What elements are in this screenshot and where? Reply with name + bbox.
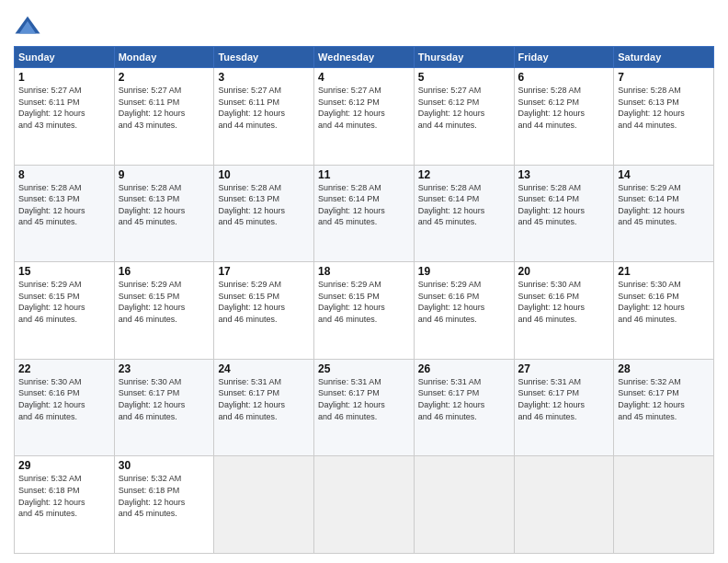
day-number: 19 xyxy=(418,265,510,278)
calendar-cell xyxy=(314,456,415,554)
day-number: 10 xyxy=(218,168,310,181)
day-info: Sunrise: 5:29 AM Sunset: 6:14 PM Dayligh… xyxy=(618,182,710,228)
header-row: SundayMondayTuesdayWednesdayThursdayFrid… xyxy=(15,47,714,68)
calendar-cell: 8Sunrise: 5:28 AM Sunset: 6:13 PM Daylig… xyxy=(15,165,115,262)
day-number: 21 xyxy=(618,265,710,278)
calendar-cell: 16Sunrise: 5:29 AM Sunset: 6:15 PM Dayli… xyxy=(114,262,214,360)
day-info: Sunrise: 5:27 AM Sunset: 6:11 PM Dayligh… xyxy=(218,85,310,131)
day-number: 12 xyxy=(418,168,510,181)
day-number: 24 xyxy=(218,362,310,375)
page: SundayMondayTuesdayWednesdayThursdayFrid… xyxy=(0,0,728,563)
day-info: Sunrise: 5:28 AM Sunset: 6:12 PM Dayligh… xyxy=(518,85,610,131)
day-number: 4 xyxy=(318,71,410,84)
day-info: Sunrise: 5:30 AM Sunset: 6:17 PM Dayligh… xyxy=(119,376,210,422)
calendar-cell: 20Sunrise: 5:30 AM Sunset: 6:16 PM Dayli… xyxy=(514,262,614,360)
calendar-cell: 18Sunrise: 5:29 AM Sunset: 6:15 PM Dayli… xyxy=(314,262,415,360)
day-info: Sunrise: 5:30 AM Sunset: 6:16 PM Dayligh… xyxy=(518,279,610,325)
day-number: 11 xyxy=(318,168,410,181)
day-info: Sunrise: 5:32 AM Sunset: 6:17 PM Dayligh… xyxy=(618,376,710,422)
week-row-5: 29Sunrise: 5:32 AM Sunset: 6:18 PM Dayli… xyxy=(15,456,714,554)
day-info: Sunrise: 5:31 AM Sunset: 6:17 PM Dayligh… xyxy=(218,376,310,422)
header xyxy=(14,9,714,40)
col-header-tuesday: Tuesday xyxy=(214,47,314,68)
day-number: 30 xyxy=(119,459,210,472)
day-number: 27 xyxy=(518,362,610,375)
calendar-cell: 3Sunrise: 5:27 AM Sunset: 6:11 PM Daylig… xyxy=(214,68,314,166)
day-info: Sunrise: 5:32 AM Sunset: 6:18 PM Dayligh… xyxy=(119,473,210,519)
week-row-4: 22Sunrise: 5:30 AM Sunset: 6:16 PM Dayli… xyxy=(15,359,714,456)
day-number: 22 xyxy=(18,362,110,375)
calendar-cell: 10Sunrise: 5:28 AM Sunset: 6:13 PM Dayli… xyxy=(214,165,314,262)
day-info: Sunrise: 5:29 AM Sunset: 6:15 PM Dayligh… xyxy=(218,279,310,325)
day-number: 26 xyxy=(418,362,510,375)
calendar-cell: 13Sunrise: 5:28 AM Sunset: 6:14 PM Dayli… xyxy=(514,165,614,262)
day-info: Sunrise: 5:31 AM Sunset: 6:17 PM Dayligh… xyxy=(518,376,610,422)
calendar-cell: 26Sunrise: 5:31 AM Sunset: 6:17 PM Dayli… xyxy=(414,359,514,456)
calendar-cell xyxy=(414,456,514,554)
day-number: 3 xyxy=(218,71,310,84)
calendar-cell: 28Sunrise: 5:32 AM Sunset: 6:17 PM Dayli… xyxy=(614,359,714,456)
calendar-cell: 11Sunrise: 5:28 AM Sunset: 6:14 PM Dayli… xyxy=(314,165,415,262)
day-info: Sunrise: 5:29 AM Sunset: 6:15 PM Dayligh… xyxy=(318,279,410,325)
calendar-cell: 4Sunrise: 5:27 AM Sunset: 6:12 PM Daylig… xyxy=(314,68,415,166)
calendar-cell: 25Sunrise: 5:31 AM Sunset: 6:17 PM Dayli… xyxy=(314,359,415,456)
logo xyxy=(14,13,45,40)
day-info: Sunrise: 5:27 AM Sunset: 6:12 PM Dayligh… xyxy=(418,85,510,131)
day-info: Sunrise: 5:30 AM Sunset: 6:16 PM Dayligh… xyxy=(18,376,110,422)
day-number: 7 xyxy=(618,71,710,84)
week-row-1: 1Sunrise: 5:27 AM Sunset: 6:11 PM Daylig… xyxy=(15,68,714,166)
day-info: Sunrise: 5:31 AM Sunset: 6:17 PM Dayligh… xyxy=(418,376,510,422)
calendar-cell: 19Sunrise: 5:29 AM Sunset: 6:16 PM Dayli… xyxy=(414,262,514,360)
day-number: 23 xyxy=(119,362,210,375)
calendar-cell: 12Sunrise: 5:28 AM Sunset: 6:14 PM Dayli… xyxy=(414,165,514,262)
calendar-cell xyxy=(214,456,314,554)
calendar-cell: 2Sunrise: 5:27 AM Sunset: 6:11 PM Daylig… xyxy=(114,68,214,166)
day-info: Sunrise: 5:29 AM Sunset: 6:16 PM Dayligh… xyxy=(418,279,510,325)
calendar-cell: 9Sunrise: 5:28 AM Sunset: 6:13 PM Daylig… xyxy=(114,165,214,262)
day-number: 20 xyxy=(518,265,610,278)
day-info: Sunrise: 5:28 AM Sunset: 6:13 PM Dayligh… xyxy=(18,182,110,228)
day-info: Sunrise: 5:28 AM Sunset: 6:14 PM Dayligh… xyxy=(418,182,510,228)
col-header-saturday: Saturday xyxy=(614,47,714,68)
week-row-2: 8Sunrise: 5:28 AM Sunset: 6:13 PM Daylig… xyxy=(15,165,714,262)
day-number: 8 xyxy=(18,168,110,181)
calendar-header: SundayMondayTuesdayWednesdayThursdayFrid… xyxy=(15,47,714,68)
col-header-monday: Monday xyxy=(114,47,214,68)
calendar-body: 1Sunrise: 5:27 AM Sunset: 6:11 PM Daylig… xyxy=(15,68,714,554)
calendar-cell: 22Sunrise: 5:30 AM Sunset: 6:16 PM Dayli… xyxy=(15,359,115,456)
calendar-cell xyxy=(614,456,714,554)
day-info: Sunrise: 5:28 AM Sunset: 6:13 PM Dayligh… xyxy=(218,182,310,228)
calendar-cell: 21Sunrise: 5:30 AM Sunset: 6:16 PM Dayli… xyxy=(614,262,714,360)
col-header-sunday: Sunday xyxy=(15,47,115,68)
calendar-table: SundayMondayTuesdayWednesdayThursdayFrid… xyxy=(14,46,714,554)
day-number: 5 xyxy=(418,71,510,84)
day-number: 28 xyxy=(618,362,710,375)
col-header-wednesday: Wednesday xyxy=(314,47,415,68)
week-row-3: 15Sunrise: 5:29 AM Sunset: 6:15 PM Dayli… xyxy=(15,262,714,360)
day-info: Sunrise: 5:29 AM Sunset: 6:15 PM Dayligh… xyxy=(18,279,110,325)
calendar-cell: 29Sunrise: 5:32 AM Sunset: 6:18 PM Dayli… xyxy=(15,456,115,554)
logo-icon xyxy=(14,13,41,40)
calendar-cell: 17Sunrise: 5:29 AM Sunset: 6:15 PM Dayli… xyxy=(214,262,314,360)
day-number: 9 xyxy=(119,168,210,181)
calendar-cell: 24Sunrise: 5:31 AM Sunset: 6:17 PM Dayli… xyxy=(214,359,314,456)
day-number: 17 xyxy=(218,265,310,278)
day-number: 16 xyxy=(119,265,210,278)
day-info: Sunrise: 5:28 AM Sunset: 6:13 PM Dayligh… xyxy=(119,182,210,228)
calendar-cell: 15Sunrise: 5:29 AM Sunset: 6:15 PM Dayli… xyxy=(15,262,115,360)
calendar-cell: 5Sunrise: 5:27 AM Sunset: 6:12 PM Daylig… xyxy=(414,68,514,166)
day-info: Sunrise: 5:28 AM Sunset: 6:13 PM Dayligh… xyxy=(618,85,710,131)
day-number: 2 xyxy=(119,71,210,84)
day-number: 29 xyxy=(18,459,110,472)
calendar-cell: 30Sunrise: 5:32 AM Sunset: 6:18 PM Dayli… xyxy=(114,456,214,554)
day-number: 15 xyxy=(18,265,110,278)
day-number: 14 xyxy=(618,168,710,181)
calendar-cell: 14Sunrise: 5:29 AM Sunset: 6:14 PM Dayli… xyxy=(614,165,714,262)
day-number: 6 xyxy=(518,71,610,84)
calendar-cell: 27Sunrise: 5:31 AM Sunset: 6:17 PM Dayli… xyxy=(514,359,614,456)
calendar-cell: 23Sunrise: 5:30 AM Sunset: 6:17 PM Dayli… xyxy=(114,359,214,456)
day-info: Sunrise: 5:27 AM Sunset: 6:11 PM Dayligh… xyxy=(18,85,110,131)
calendar-cell: 1Sunrise: 5:27 AM Sunset: 6:11 PM Daylig… xyxy=(15,68,115,166)
col-header-thursday: Thursday xyxy=(414,47,514,68)
day-number: 18 xyxy=(318,265,410,278)
